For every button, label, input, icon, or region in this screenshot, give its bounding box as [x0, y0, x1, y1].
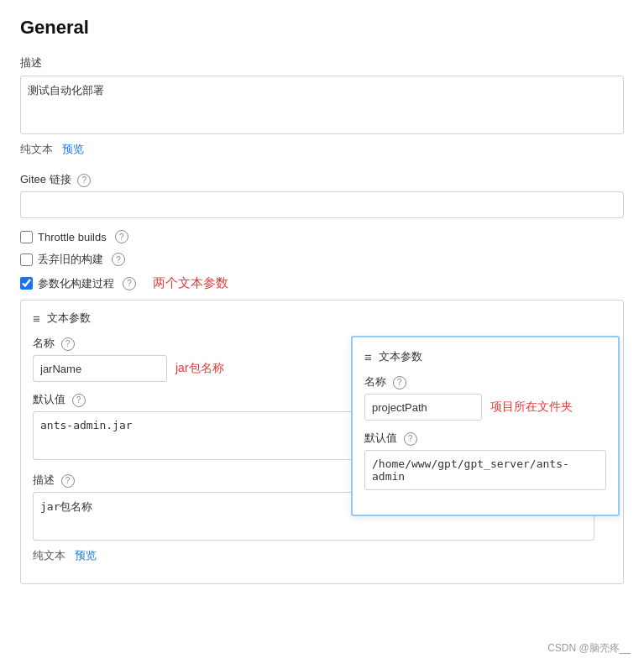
discard-old-label: 丢弃旧的构建 [38, 252, 103, 267]
two-col-layout: ≡ 文本参数 名称 ? jar包名称 默认值 ? ants-admin.jar [33, 311, 611, 573]
right-menu-icon: ≡ [364, 350, 372, 364]
description-section: 描述 测试自动化部署 纯文本 预览 [20, 55, 624, 157]
parameterized-build-help-icon[interactable]: ? [123, 277, 136, 290]
right-name-field: 名称 ? 项目所在文件夹 [364, 374, 606, 421]
description-label: 描述 [20, 55, 624, 71]
params-container: ≡ 文本参数 名称 ? jar包名称 默认值 ? ants-admin.jar [20, 300, 624, 584]
parameterized-build-label: 参数化构建过程 [38, 276, 114, 291]
left-desc-help-icon[interactable]: ? [61, 474, 75, 488]
right-panel-title-text: 文本参数 [379, 349, 422, 364]
jar-annotation: jar包名称 [175, 361, 224, 376]
left-plain-label: 纯文本 [33, 549, 65, 562]
right-default-label: 默认值 ? [364, 431, 606, 446]
parameterized-build-checkbox[interactable] [20, 277, 33, 290]
parameterized-annotation: 两个文本参数 [153, 275, 228, 291]
left-name-input[interactable] [33, 355, 167, 382]
throttle-builds-checkbox[interactable] [20, 231, 33, 243]
gitee-section: Gitee 链接 ? [20, 172, 624, 218]
right-default-help-icon[interactable]: ? [404, 432, 417, 446]
right-name-help-icon[interactable]: ? [393, 376, 406, 389]
left-default-help-icon[interactable]: ? [72, 394, 86, 407]
parameterized-build-row: 参数化构建过程 ? 两个文本参数 [20, 275, 624, 291]
discard-old-row: 丢弃旧的构建 ? [20, 252, 624, 267]
description-link-row: 纯文本 预览 [20, 142, 624, 157]
gitee-help-icon[interactable]: ? [77, 174, 91, 187]
preview-link[interactable]: 预览 [62, 143, 84, 155]
throttle-builds-row: Throttle builds ? [20, 230, 624, 243]
gitee-label: Gitee 链接 ? [20, 172, 624, 187]
left-name-help-icon[interactable]: ? [61, 337, 75, 351]
left-panel-title-text: 文本参数 [47, 311, 91, 326]
right-default-field: 默认值 ? /home/www/gpt/gpt_server/ants-admi… [364, 431, 606, 493]
throttle-builds-help-icon[interactable]: ? [115, 230, 128, 243]
left-menu-icon: ≡ [33, 311, 40, 326]
description-textarea[interactable]: 测试自动化部署 [20, 76, 624, 134]
right-panel-title: ≡ 文本参数 [364, 349, 606, 364]
plain-text-label: 纯文本 [20, 143, 53, 155]
throttle-builds-label: Throttle builds [38, 231, 107, 243]
gitee-input[interactable] [20, 191, 624, 218]
right-name-label: 名称 ? [364, 374, 606, 389]
watermark: CSDN @脑壳疼__ [547, 641, 631, 656]
right-default-textarea[interactable]: /home/www/gpt/gpt_server/ants-admin [364, 450, 606, 490]
discard-old-help-icon[interactable]: ? [112, 253, 125, 266]
discard-old-checkbox[interactable] [20, 253, 33, 266]
page-title: General [20, 17, 624, 39]
right-name-input[interactable] [364, 394, 482, 421]
left-preview-link[interactable]: 预览 [75, 549, 97, 562]
right-param-panel: ≡ 文本参数 名称 ? 项目所在文件夹 默认值 ? /home/www/gpt [351, 336, 620, 516]
project-annotation: 项目所在文件夹 [490, 400, 573, 415]
left-panel-title: ≡ 文本参数 [33, 311, 594, 326]
left-desc-link-row: 纯文本 预览 [33, 548, 594, 563]
